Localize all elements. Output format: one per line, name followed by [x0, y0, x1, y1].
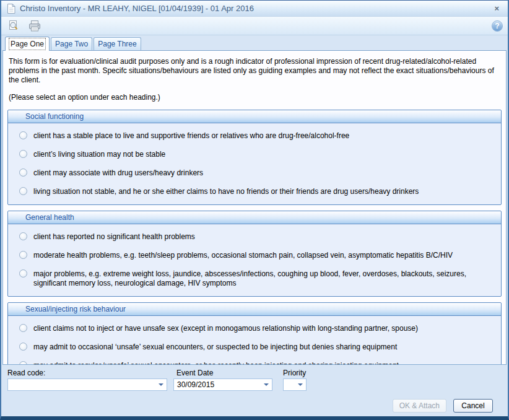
radio-button-icon[interactable] [19, 187, 27, 195]
radio-label: living situation not stable, and he or s… [33, 187, 419, 196]
radio-option[interactable]: major problems, e.g. extreme weight loss… [19, 269, 495, 288]
button-row: OK & Attach Cancel [1, 399, 508, 416]
dialog-window: Christo Inventory - MR LEAHY, NIGEL [01/… [0, 0, 509, 420]
chevron-down-icon [298, 383, 303, 386]
radio-label: client’s living situation may not be sta… [33, 150, 165, 159]
radio-option[interactable]: living situation not stable, and he or s… [19, 187, 495, 196]
cancel-button[interactable]: Cancel [453, 399, 493, 413]
radio-button-icon[interactable] [19, 251, 27, 259]
radio-label: major problems, e.g. extreme weight loss… [33, 269, 495, 288]
section-social-functioning: Social functioning client has a stable p… [7, 110, 502, 205]
print-icon [28, 20, 41, 32]
tab-strip: Page One Page Two Page Three [1, 35, 508, 50]
tab-panel: This form is for evaluation/clinical aud… [2, 50, 507, 365]
section-sexual-injecting-risk: Sexual/injecting risk behaviour client c… [7, 302, 502, 365]
read-code-combobox[interactable] [7, 378, 167, 391]
radio-button-icon[interactable] [19, 168, 27, 177]
print-preview-button[interactable] [6, 19, 21, 33]
section-general-health: General health client has reported no si… [7, 211, 502, 297]
section-body: client claims not to inject or have unsa… [8, 316, 501, 365]
section-body: client has a stable place to live and su… [8, 123, 501, 196]
ok-attach-button[interactable]: OK & Attach [393, 399, 446, 413]
radio-button-icon[interactable] [19, 131, 27, 139]
section-heading: General health [8, 211, 501, 224]
tab-label: Page Three [98, 40, 137, 48]
event-date-value: 30/09/2015 [177, 380, 214, 389]
radio-option[interactable]: client has reported no significant healt… [19, 232, 495, 242]
radio-label: client has a stable place to live and su… [33, 131, 349, 141]
radio-option[interactable]: client may associate with drug users/hea… [19, 168, 495, 178]
close-icon[interactable]: × [491, 4, 502, 13]
document-icon [7, 4, 15, 14]
section-heading: Social functioning [8, 110, 501, 123]
radio-button-icon[interactable] [19, 269, 27, 278]
help-icon[interactable]: ? [492, 20, 503, 32]
radio-label: client may associate with drug users/hea… [33, 168, 203, 178]
priority-combobox[interactable] [283, 378, 307, 391]
tab-page-three[interactable]: Page Three [94, 37, 141, 50]
tab-label: Page Two [55, 40, 88, 48]
radio-button-icon[interactable] [19, 324, 27, 332]
toolbar: ? [1, 17, 508, 35]
radio-button-icon[interactable] [19, 232, 27, 240]
radio-option[interactable]: moderate health problems, e.g. teeth/sle… [19, 251, 495, 260]
instruction-text: (Please select an option under each head… [9, 93, 502, 102]
radio-label: may admit to occasional ‘unsafe’ sexual … [33, 343, 397, 352]
radio-label: moderate health problems, e.g. teeth/sle… [33, 251, 453, 260]
priority-label: Priority [283, 369, 306, 377]
print-button[interactable] [27, 19, 42, 33]
event-date-label: Event Date [176, 369, 213, 377]
radio-option[interactable]: may admit to occasional ‘unsafe’ sexual … [19, 343, 495, 352]
section-heading: Sexual/injecting risk behaviour [8, 303, 501, 316]
tab-label: Page One [9, 38, 45, 50]
chevron-down-icon [159, 383, 163, 386]
radio-option[interactable]: client claims not to inject or have unsa… [19, 324, 495, 333]
event-date-combobox[interactable]: 30/09/2015 [173, 378, 272, 391]
radio-option[interactable]: client’s living situation may not be sta… [19, 150, 495, 159]
window-title: Christo Inventory - MR LEAHY, NIGEL [01/… [20, 4, 487, 13]
radio-option[interactable]: client has a stable place to live and su… [19, 131, 495, 141]
radio-button-icon[interactable] [19, 150, 27, 158]
chevron-down-icon [264, 383, 269, 386]
read-code-label: Read code: [7, 369, 45, 377]
fields-row: Read code: Event Date 30/09/2015 Priorit… [1, 365, 508, 399]
intro-text: This form is for evaluation/clinical aud… [9, 57, 501, 85]
section-body: client has reported no significant healt… [8, 224, 501, 288]
tab-page-two[interactable]: Page Two [51, 37, 92, 50]
tab-page-one[interactable]: Page One [5, 37, 50, 51]
radio-button-icon[interactable] [19, 343, 27, 351]
print-preview-icon [7, 20, 20, 32]
radio-label: client claims not to inject or have unsa… [33, 324, 418, 333]
radio-label: client has reported no significant healt… [33, 232, 195, 242]
title-bar: Christo Inventory - MR LEAHY, NIGEL [01/… [1, 1, 508, 17]
